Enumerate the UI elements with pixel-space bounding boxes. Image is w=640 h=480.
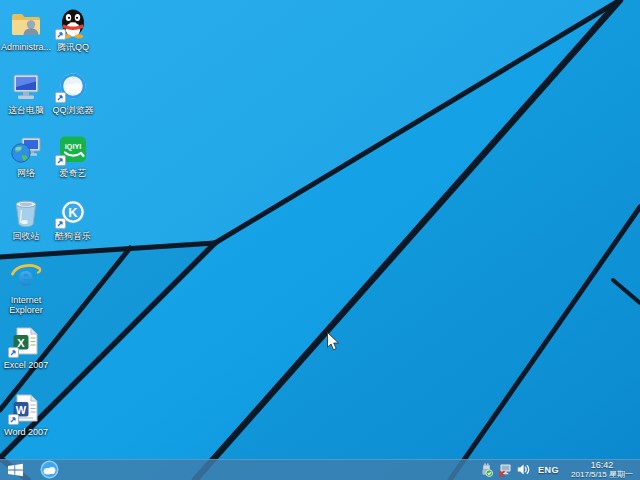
this-pc-icon (10, 70, 42, 102)
desktop-icon-label: Word 2007 (0, 427, 53, 437)
desktop-screen: Administra... 这台电脑 (0, 0, 640, 480)
shortcut-arrow-icon (55, 29, 66, 40)
volume-tray-icon[interactable] (517, 463, 530, 476)
desktop-icon-kugou-music[interactable]: K 酷狗音乐 (44, 196, 102, 241)
windows-logo-icon (8, 463, 23, 477)
network-icon (10, 133, 42, 165)
recycle-bin-icon (10, 196, 42, 228)
mouse-cursor (327, 332, 340, 351)
network-disconnected-tray-icon[interactable] (498, 463, 512, 477)
taskbar-qq-browser-button[interactable] (36, 459, 62, 480)
language-indicator[interactable]: ENG (538, 465, 559, 475)
usb-tray-icon[interactable] (480, 463, 493, 477)
clock-time: 16:42 (567, 460, 637, 470)
desktop-icon-qq-browser[interactable]: QQ浏览器 (44, 70, 102, 115)
shortcut-arrow-icon (55, 218, 66, 229)
shortcut-arrow-icon (55, 92, 66, 103)
desktop-icon-label: 腾讯QQ (44, 42, 102, 52)
shortcut-arrow-icon (55, 155, 66, 166)
user-folder-icon (10, 7, 42, 39)
desktop-icon-iqiyi[interactable]: iQIYI 爱奇艺 (44, 133, 102, 178)
shortcut-arrow-icon (8, 414, 19, 425)
system-tray: ENG 16:42 2017/5/15 星期一 (480, 460, 640, 479)
taskbar: ENG 16:42 2017/5/15 星期一 (0, 459, 640, 480)
desktop-icon-excel-2007[interactable]: X Excel 2007 (0, 325, 53, 370)
desktop-icon-tencent-qq[interactable]: 腾讯QQ (44, 7, 102, 52)
svg-text:iQIYI: iQIYI (65, 142, 81, 151)
taskbar-clock[interactable]: 16:42 2017/5/15 星期一 (567, 460, 637, 479)
desktop-icon-label: QQ浏览器 (44, 105, 102, 115)
shortcut-arrow-icon (8, 347, 19, 358)
desktop-icon-internet-explorer[interactable]: e Internet Explorer (0, 260, 53, 315)
desktop-icon-word-2007[interactable]: W Word 2007 (0, 392, 53, 437)
start-button[interactable] (0, 459, 30, 480)
svg-text:K: K (68, 205, 78, 220)
desktop-icon-label: 酷狗音乐 (44, 231, 102, 241)
desktop-icon-label: Internet Explorer (0, 295, 53, 315)
qq-browser-taskbar-icon (40, 460, 59, 479)
desktop-icon-label: Excel 2007 (0, 360, 53, 370)
desktop-icon-label: 爱奇艺 (44, 168, 102, 178)
clock-date: 2017/5/15 星期一 (567, 470, 637, 479)
internet-explorer-icon: e (10, 260, 42, 292)
